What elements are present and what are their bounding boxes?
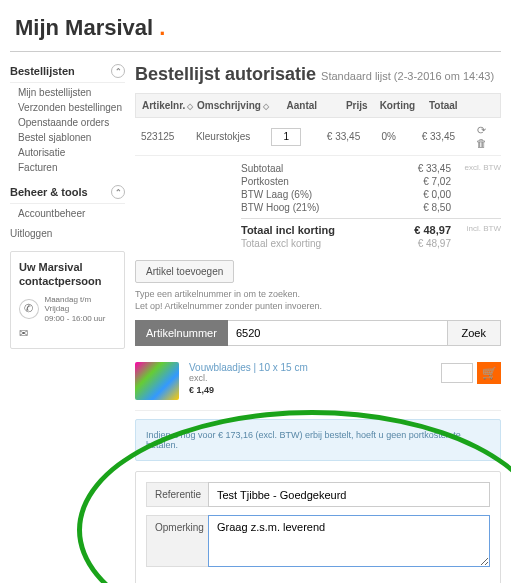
subtotal-label: Subtotaal [241, 163, 391, 174]
th-korting: Korting [380, 100, 416, 111]
nav-item-sjablonen[interactable]: Bestel sjablonen [18, 130, 125, 145]
nav-section-bestellijsten[interactable]: Bestellijsten ⌃ [10, 60, 125, 83]
subtotal-value: € 33,45 [391, 163, 451, 174]
excl-btw-note: excl. BTW [451, 163, 501, 174]
th-prijs: Prijs [346, 100, 368, 111]
totals-block: Subtotaal€ 33,45excl. BTW Portkosten€ 7,… [135, 162, 501, 250]
delete-icon[interactable]: 🗑 [473, 137, 490, 149]
cell-omschrijving: Kleurstokjes [190, 125, 256, 148]
nav-logout[interactable]: Uitloggen [10, 225, 52, 242]
search-label: Artikelnummer [135, 320, 228, 346]
reference-input[interactable] [208, 482, 490, 507]
contact-title-1: Uw Marsival [19, 260, 116, 274]
nav-item-autorisatie[interactable]: Autorisatie [18, 145, 125, 160]
contact-title-2: contactpersoon [19, 274, 116, 288]
product-price: € 1,49 [189, 385, 431, 395]
contact-hours: Maandag t/m Vrijdag 09:00 - 16:00 uur [45, 295, 117, 324]
search-button[interactable]: Zoek [448, 320, 501, 346]
cell-prijs: € 33,45 [316, 125, 366, 148]
add-to-cart-button[interactable]: 🛒 [477, 362, 501, 384]
btw-low-value: € 0,00 [391, 189, 451, 200]
excl-korting-value: € 48,97 [391, 238, 451, 249]
sidebar: Bestellijsten ⌃ Mijn bestellijsten Verzo… [10, 60, 125, 349]
add-article-button[interactable]: Artikel toevoegen [135, 260, 234, 283]
phone-icon: ✆ [19, 299, 39, 319]
cell-totaal: € 33,45 [411, 125, 461, 148]
nav-item-mijn-bestellijsten[interactable]: Mijn bestellijsten [18, 85, 125, 100]
heading-text: Bestellijst autorisatie [135, 64, 316, 84]
chevron-up-icon: ⌃ [111, 185, 125, 199]
nav-item-accountbeheer[interactable]: Accountbeheer [18, 206, 125, 221]
hint-line-2: Let op! Artikelnummer zonder punten invo… [135, 301, 501, 313]
shipping-label: Portkosten [241, 176, 391, 187]
article-search: Artikelnummer Zoek [135, 320, 501, 346]
btw-low-label: BTW Laag (6%) [241, 189, 391, 200]
hint-line-1: Type een artikelnummer in om te zoeken. [135, 289, 501, 301]
excl-korting-label: Totaal excl korting [241, 238, 391, 249]
cell-artikelnr: 523125 [135, 125, 190, 148]
product-qty-input[interactable] [441, 363, 473, 383]
grand-total-value: € 48,97 [391, 224, 451, 236]
nav-item-openstaande[interactable]: Openstaande orders [18, 115, 125, 130]
page-title: Mijn Marsival . [15, 15, 501, 41]
product-result: Vouwblaadjes | 10 x 15 cm excl. € 1,49 🛒 [135, 356, 501, 411]
order-form: Referentie Opmerking [135, 471, 501, 583]
nav-section-label: Beheer & tools [10, 186, 88, 198]
grand-total-label: Totaal incl korting [241, 224, 391, 236]
nav-item-verzonden[interactable]: Verzonden bestellingen [18, 100, 125, 115]
nav-section-label: Bestellijsten [10, 65, 75, 77]
divider [10, 51, 501, 52]
content-heading: Bestellijst autorisatie Standaard lijst … [135, 64, 501, 85]
shipping-notice: Indien u nog voor € 173,16 (excl. BTW) e… [135, 419, 501, 461]
search-hint: Type een artikelnummer in om te zoeken. … [135, 289, 501, 312]
incl-btw-note: incl. BTW [451, 224, 501, 236]
reference-label: Referentie [146, 482, 208, 507]
page-title-text: Mijn Marsival [15, 15, 153, 40]
th-aantal: Aantal [286, 100, 317, 111]
th-artikelnr[interactable]: Artikelnr. [142, 100, 185, 111]
qty-input[interactable] [271, 128, 301, 146]
article-number-input[interactable] [228, 320, 448, 346]
title-dot: . [159, 15, 165, 40]
btw-high-label: BTW Hoog (21%) [241, 202, 391, 213]
table-row: 523125 Kleurstokjes € 33,45 0% € 33,45 ⟳… [135, 118, 501, 156]
product-meta: excl. [189, 373, 431, 383]
btw-high-value: € 8,50 [391, 202, 451, 213]
main-content: Bestellijst autorisatie Standaard lijst … [135, 60, 501, 583]
cell-korting: 0% [366, 125, 411, 148]
mail-icon[interactable]: ✉ [19, 327, 28, 340]
order-table-header: Artikelnr.◇ Omschrijving◇ Aantal Prijs K… [135, 93, 501, 118]
chevron-up-icon: ⌃ [111, 64, 125, 78]
refresh-icon[interactable]: ⟳ [474, 124, 489, 136]
contact-box: Uw Marsival contactpersoon ✆ Maandag t/m… [10, 251, 125, 349]
th-totaal: Totaal [429, 100, 458, 111]
product-image [135, 362, 179, 400]
th-omschrijving[interactable]: Omschrijving [197, 100, 261, 111]
shipping-value: € 7,02 [391, 176, 451, 187]
sort-icon: ◇ [263, 102, 269, 111]
nav-item-facturen[interactable]: Facturen [18, 160, 125, 175]
product-name[interactable]: Vouwblaadjes | 10 x 15 cm [189, 362, 431, 373]
remark-textarea[interactable] [208, 515, 490, 567]
remark-label: Opmerking [146, 515, 208, 567]
heading-sub: Standaard lijst (2-3-2016 om 14:43) [321, 70, 494, 82]
nav-section-beheer[interactable]: Beheer & tools ⌃ [10, 181, 125, 204]
